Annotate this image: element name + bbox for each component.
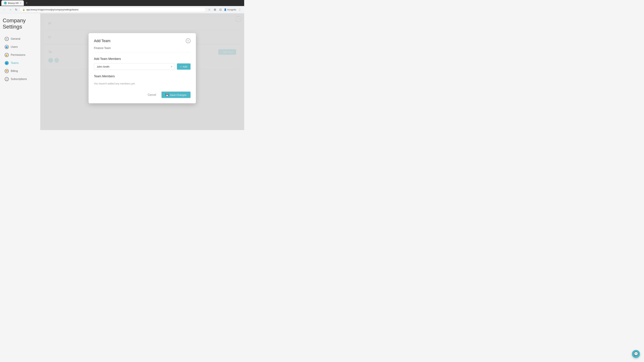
back-btn[interactable]: ← xyxy=(2,7,7,12)
users-icon: 👥 xyxy=(5,45,9,49)
modal-header: Add Team × xyxy=(94,38,190,43)
member-select-dropdown[interactable]: John Smith ▾ xyxy=(94,63,175,70)
team-name-display: Finance Team xyxy=(94,46,190,52)
window-btn[interactable]: ⊡ xyxy=(218,7,222,12)
team-members-section: Team Members You haven't added any membe… xyxy=(94,75,190,86)
page-title: Company Settings xyxy=(3,17,38,30)
sidebar-label-permissions: Permissions xyxy=(11,53,25,56)
permissions-icon: 🔐 xyxy=(5,53,9,57)
save-changes-btn[interactable]: 💾 Save Changes xyxy=(162,92,190,98)
general-icon: ⚙ xyxy=(5,37,9,41)
extensions-btn[interactable]: ⊞ xyxy=(213,7,217,12)
incognito-label: Incognito xyxy=(227,8,236,11)
sidebar-label-teams: Teams xyxy=(11,61,18,64)
tab-favicon xyxy=(4,2,7,4)
url-text: app.breezy.hr/app/c/moodjoy/company/sett… xyxy=(26,8,78,11)
sidebar-label-billing: Billing xyxy=(11,69,18,72)
modal-close-icon: × xyxy=(187,39,189,42)
sidebar-item-permissions[interactable]: 🔐 Permissions xyxy=(3,51,38,59)
add-icon: + xyxy=(180,65,182,68)
team-members-title: Team Members xyxy=(94,75,190,78)
billing-icon: 💳 xyxy=(5,69,9,73)
save-btn-label: Save Changes xyxy=(170,93,186,96)
incognito-badge: 👤 Incognito xyxy=(224,8,236,11)
add-members-title: Add Team Members xyxy=(94,57,190,61)
selected-member-name: John Smith xyxy=(97,65,109,68)
accounts-icon: 👤 xyxy=(224,8,226,11)
member-add-row: John Smith ▾ + Add xyxy=(94,63,190,70)
sidebar: Company Settings ⚙ General 👥 Users 🔐 Per… xyxy=(0,13,40,130)
address-bar[interactable]: 🔒 app.breezy.hr/app/c/moodjoy/company/se… xyxy=(20,7,206,12)
active-tab[interactable]: Breezy HR × xyxy=(1,0,24,6)
cancel-btn[interactable]: Cancel xyxy=(144,92,160,98)
lock-icon: 🔒 xyxy=(22,8,25,11)
sidebar-item-users[interactable]: 👥 Users xyxy=(3,43,38,51)
tab-label: Breezy HR xyxy=(8,2,18,4)
browser-tab-bar: Breezy HR × + xyxy=(0,0,244,6)
empty-members-text: You haven't added any members yet. xyxy=(94,81,190,86)
sidebar-item-billing[interactable]: 💳 Billing xyxy=(3,67,38,75)
sidebar-item-subscriptions[interactable]: 📋 Subscriptions xyxy=(3,75,38,83)
bookmark-btn[interactable]: ☆ xyxy=(207,7,212,12)
sidebar-label-subscriptions: Subscriptions xyxy=(11,78,27,81)
modal-close-btn[interactable]: × xyxy=(186,38,190,43)
add-members-section: Add Team Members John Smith ▾ + Add xyxy=(94,57,190,70)
refresh-btn[interactable]: ↻ xyxy=(14,7,18,12)
new-tab-btn[interactable]: + xyxy=(24,1,29,5)
add-team-modal: Add Team × Finance Team Add Team Members… xyxy=(88,33,196,103)
dropdown-arrow-icon: ▾ xyxy=(171,65,172,68)
sidebar-label-users: Users xyxy=(11,45,18,48)
main-content: M O Te + Add Team × Add Team xyxy=(40,13,244,130)
sidebar-item-general[interactable]: ⚙ General xyxy=(3,35,38,42)
teams-icon: 👥 xyxy=(5,61,9,65)
tab-close-btn[interactable]: × xyxy=(20,2,21,4)
app-content: Company Settings ⚙ General 👥 Users 🔐 Per… xyxy=(0,13,244,130)
add-member-btn[interactable]: + Add xyxy=(177,63,190,70)
sidebar-item-teams[interactable]: 👥 Teams xyxy=(3,59,38,67)
add-btn-label: Add xyxy=(183,65,187,68)
nav-bar: ← → ↻ 🔒 app.breezy.hr/app/c/moodjoy/comp… xyxy=(0,6,244,13)
modal-footer: Cancel 💾 Save Changes xyxy=(94,92,190,98)
forward-btn[interactable]: → xyxy=(8,7,13,12)
subscriptions-icon: 📋 xyxy=(5,77,9,81)
menu-btn[interactable]: ⋮ xyxy=(238,7,242,12)
save-icon: 💾 xyxy=(166,93,169,96)
modal-title: Add Team xyxy=(94,39,110,43)
sidebar-label-general: General xyxy=(11,37,20,40)
